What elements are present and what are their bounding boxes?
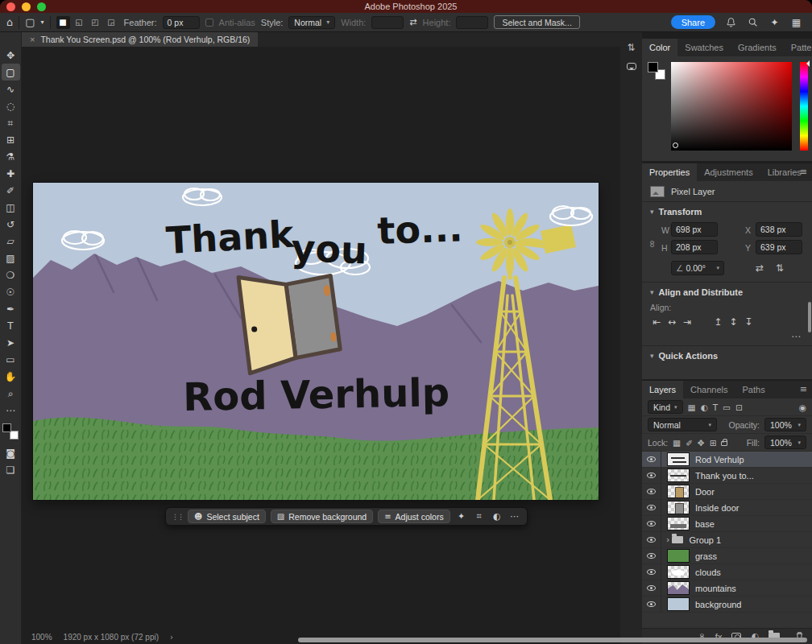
- layer-row-base[interactable]: base: [642, 516, 812, 532]
- minimize-window-button[interactable]: [22, 2, 31, 11]
- path-selection-tool[interactable]: ➤: [2, 334, 20, 351]
- align-left-icon[interactable]: ⇤: [652, 316, 661, 328]
- layer-row-group-1[interactable]: › Group 1: [642, 532, 812, 548]
- filter-adjustment-icon[interactable]: ◐: [700, 402, 707, 412]
- filter-pixel-icon[interactable]: ▦: [688, 402, 696, 412]
- layer-row-rod-verhulp[interactable]: Rod Verhulp: [642, 452, 812, 468]
- hand-tool[interactable]: ✋: [2, 368, 20, 385]
- align-middle-icon[interactable]: ↕: [729, 316, 737, 328]
- layer-thumbnail[interactable]: [667, 452, 690, 466]
- swap-dimensions-icon[interactable]: ⇄: [409, 18, 416, 27]
- transform-section-header[interactable]: ▾ Transform: [642, 202, 812, 221]
- marquee-tool[interactable]: ▢: [2, 64, 20, 80]
- lock-artboard-icon[interactable]: ⊞: [710, 438, 717, 448]
- type-tool[interactable]: T: [2, 317, 20, 334]
- document-tab[interactable]: × Thank You Screen.psd @ 100% (Rod Verhu…: [22, 32, 258, 47]
- status-caret-icon[interactable]: ›: [170, 633, 173, 642]
- width-field[interactable]: 698 px: [671, 222, 718, 237]
- layer-row-inside-door[interactable]: Inside door: [642, 500, 812, 516]
- layer-name[interactable]: Door: [695, 487, 715, 497]
- tool-preset-caret-icon[interactable]: ▾: [41, 19, 44, 26]
- adjust-colors-button[interactable]: ≡ Adjust colors: [378, 510, 450, 523]
- foreground-color-swatch[interactable]: [2, 423, 11, 432]
- shape-tool[interactable]: ▭: [2, 351, 20, 368]
- clone-stamp-tool[interactable]: ◫: [2, 199, 20, 216]
- add-selection-icon[interactable]: ◱: [72, 16, 86, 29]
- y-field[interactable]: 639 px: [756, 240, 802, 254]
- visibility-eye-icon[interactable]: [647, 521, 656, 526]
- lock-position-icon[interactable]: ✥: [698, 438, 705, 448]
- document-canvas[interactable]: Thank you to... Rod Verhulp: [33, 183, 599, 500]
- hue-slider-marker[interactable]: [803, 60, 810, 67]
- visibility-eye-icon[interactable]: [647, 553, 656, 559]
- style-select[interactable]: Normal ▾: [288, 16, 335, 29]
- align-right-icon[interactable]: ⇥: [683, 316, 691, 328]
- quick-actions-header[interactable]: ▾ Quick Actions: [642, 346, 812, 365]
- lasso-tool[interactable]: ∿: [2, 80, 20, 97]
- properties-scrollbar[interactable]: [808, 302, 811, 332]
- eye-cell[interactable]: [642, 484, 661, 499]
- sparkle-icon[interactable]: ✦: [455, 511, 468, 522]
- align-more-icon[interactable]: ⋯: [642, 329, 812, 345]
- panel-menu-icon[interactable]: ≡: [800, 384, 807, 394]
- layer-thumbnail[interactable]: [667, 597, 690, 611]
- filter-shape-icon[interactable]: ▭: [723, 402, 731, 412]
- edit-toolbar-icon[interactable]: ⋯: [2, 402, 20, 419]
- healing-brush-tool[interactable]: ✚: [2, 165, 20, 182]
- layer-row-background[interactable]: background: [642, 597, 812, 613]
- contrast-icon[interactable]: ◐: [491, 511, 503, 522]
- workspace-icon[interactable]: ▦: [790, 16, 802, 28]
- layer-name[interactable]: Inside door: [695, 503, 739, 513]
- visibility-eye-icon[interactable]: [647, 585, 656, 591]
- layer-row-mountains[interactable]: mountains: [642, 580, 812, 597]
- blur-tool[interactable]: ❍: [2, 266, 20, 283]
- layer-thumbnail[interactable]: [667, 549, 690, 563]
- frame-tool[interactable]: ⊞: [2, 131, 20, 148]
- share-button[interactable]: Share: [671, 15, 715, 29]
- pen-tool[interactable]: ✒: [2, 300, 20, 317]
- tab-adjustments[interactable]: Adjustments: [697, 163, 760, 181]
- layer-thumbnail[interactable]: [667, 565, 690, 579]
- more-options-icon[interactable]: ⋯: [508, 511, 521, 522]
- search-icon[interactable]: [747, 16, 759, 28]
- select-subject-button[interactable]: ☻ Select subject: [188, 510, 266, 523]
- tool-preset-icon[interactable]: ▢: [25, 17, 35, 27]
- layer-thumbnail[interactable]: [667, 501, 690, 514]
- home-icon[interactable]: ⌂: [6, 17, 13, 27]
- lock-pixels-icon[interactable]: ✐: [686, 438, 693, 448]
- eye-cell[interactable]: [642, 468, 661, 483]
- antialias-checkbox[interactable]: [205, 19, 213, 27]
- crop-frame-icon[interactable]: ⌗: [473, 511, 486, 522]
- eye-cell[interactable]: [642, 532, 661, 547]
- eye-cell[interactable]: [642, 452, 661, 467]
- align-top-icon[interactable]: ↥: [714, 316, 722, 328]
- taskbar-grip-handle[interactable]: ⋮⋮: [172, 513, 183, 521]
- eyedropper-tool[interactable]: ⚗: [2, 148, 20, 165]
- layer-row-thank-you[interactable]: Thank you to...: [642, 468, 812, 484]
- foreground-color-swatch[interactable]: [648, 62, 658, 72]
- tab-properties[interactable]: Properties: [642, 163, 697, 181]
- horizontal-scrollbar[interactable]: [298, 638, 807, 642]
- opacity-field[interactable]: 100% ▾: [764, 418, 806, 431]
- visibility-eye-icon[interactable]: [647, 569, 656, 575]
- group-caret-icon[interactable]: ›: [666, 535, 669, 545]
- layer-name[interactable]: Rod Verhulp: [695, 455, 744, 464]
- intersect-selection-icon[interactable]: ◲: [105, 16, 118, 29]
- crop-tool[interactable]: ⌗: [2, 114, 20, 131]
- eye-cell[interactable]: [642, 500, 661, 515]
- x-field[interactable]: 638 px: [756, 222, 802, 237]
- dodge-tool[interactable]: ☉: [2, 283, 20, 300]
- visibility-eye-icon[interactable]: [647, 473, 656, 478]
- comments-icon[interactable]: [627, 63, 636, 70]
- eye-cell[interactable]: [642, 548, 661, 564]
- tab-gradients[interactable]: Gradients: [731, 39, 784, 56]
- eye-cell[interactable]: [642, 580, 661, 596]
- close-tab-icon[interactable]: ×: [30, 35, 35, 44]
- layer-row-clouds[interactable]: clouds: [642, 564, 812, 580]
- filter-smart-object-icon[interactable]: ⊡: [735, 402, 743, 412]
- link-dimensions-icon[interactable]: ∞: [647, 240, 658, 248]
- panel-menu-icon[interactable]: ≡: [800, 167, 807, 177]
- layer-thumbnail[interactable]: [667, 581, 690, 595]
- width-input[interactable]: [371, 16, 404, 29]
- height-input[interactable]: [456, 16, 488, 29]
